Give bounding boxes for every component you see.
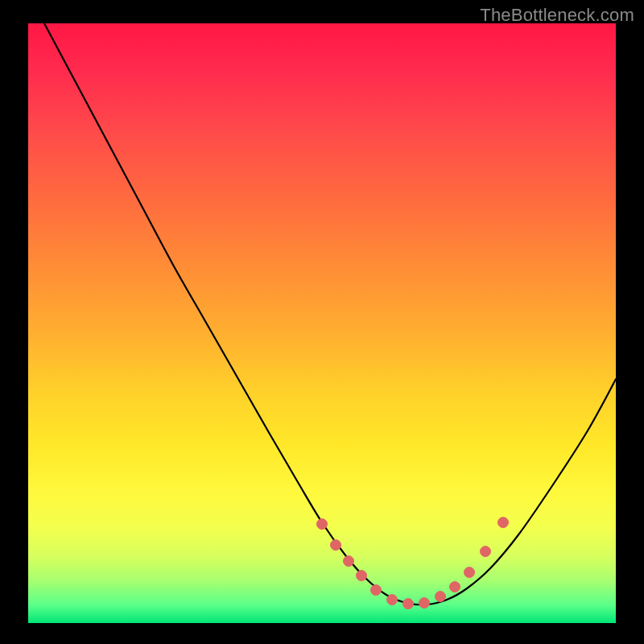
chart-frame: TheBottleneck.com [0,0,644,644]
sample-dot [387,595,398,605]
sample-dot [481,547,491,557]
sample-dot [371,585,382,596]
sample-dot [403,599,414,609]
sample-dot [498,518,509,528]
bottleneck-curve [44,23,616,605]
sample-dot [357,571,367,581]
sample-dot [450,582,460,592]
sample-dot [419,598,430,609]
sample-dot [331,540,341,551]
chart-svg [28,23,616,623]
sample-dots-group [317,518,509,609]
sample-dot [344,556,354,567]
plot-area [28,23,616,623]
sample-dot [436,592,446,602]
watermark-text: TheBottleneck.com [480,5,634,26]
sample-dot [464,568,475,578]
sample-dot [317,519,328,530]
